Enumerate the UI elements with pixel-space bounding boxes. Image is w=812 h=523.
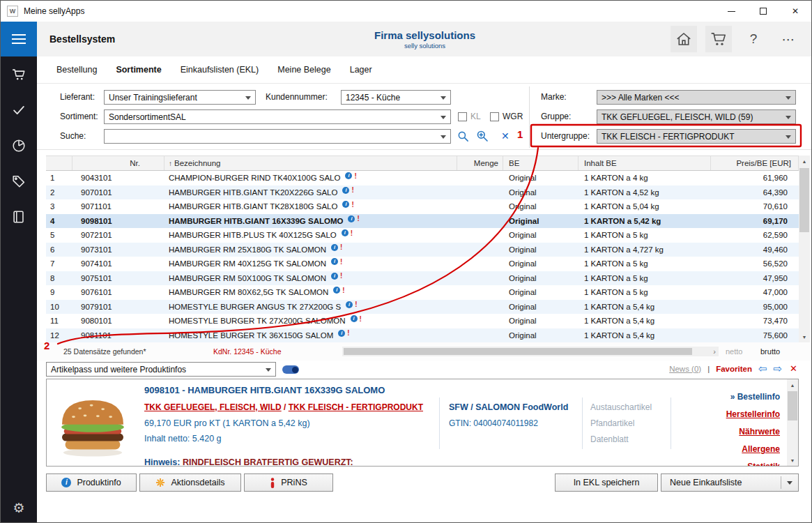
tab-meine-belege[interactable]: Meine Belege <box>277 65 330 75</box>
table-row[interactable]: 6 9073101 HAMBURGER RM 25X180G TK SALOMO… <box>46 243 799 257</box>
warning-icon[interactable]: ! <box>351 201 353 209</box>
warning-icon[interactable]: ! <box>351 186 353 194</box>
sidebar-tag-icon[interactable] <box>10 172 28 190</box>
clear-search-icon[interactable]: ✕ <box>501 130 510 142</box>
suche-input[interactable] <box>104 129 451 144</box>
news-link[interactable]: News (0) <box>669 365 701 373</box>
warning-icon[interactable]: ! <box>347 329 349 337</box>
info-icon[interactable]: i <box>342 187 349 194</box>
neue-einkaufsliste-dropdown[interactable]: Neue Einkaufsliste <box>661 473 799 492</box>
next-article-icon[interactable]: ⇨ <box>774 363 783 374</box>
warning-icon[interactable]: ! <box>360 315 362 323</box>
product-link[interactable]: Statistik <box>747 462 780 467</box>
warning-icon[interactable]: ! <box>355 301 357 308</box>
hscrollbar-thumb[interactable] <box>344 348 692 355</box>
info-icon[interactable]: i <box>351 315 358 322</box>
horizontal-scrollbar[interactable]: › <box>342 347 719 356</box>
netto-toggle[interactable]: netto <box>726 347 742 356</box>
table-scrollbar[interactable]: ▲ ▼ <box>799 156 810 342</box>
advanced-search-icon[interactable] <box>476 130 489 142</box>
marke-select[interactable]: >>> Alle Marken <<< <box>597 90 796 105</box>
tab-sortimente[interactable]: Sortimente <box>116 65 161 75</box>
home-icon[interactable] <box>671 26 697 52</box>
col-inhalt[interactable]: Inhalt BE <box>579 156 711 170</box>
tab-lager[interactable]: Lager <box>350 65 372 75</box>
gruppe-select[interactable]: TKK GEFLUEGEL, FLEISCH, WILD (59) <box>597 109 796 124</box>
warning-icon[interactable]: ! <box>342 287 344 294</box>
table-row[interactable]: 1 9043101 CHAMPION-BURGER RIND TK40X100G… <box>46 171 799 185</box>
col-bezeichnung[interactable]: ↑Bezeichnung <box>164 156 457 170</box>
info-icon[interactable]: i <box>348 215 355 222</box>
info-icon[interactable]: i <box>333 287 340 294</box>
warning-icon[interactable]: ! <box>357 215 359 222</box>
close-panel-icon[interactable]: ✕ <box>790 363 797 374</box>
minimize-button[interactable] <box>715 1 747 22</box>
product-link[interactable]: Herstellerinfo <box>726 409 780 419</box>
sidebar-check-icon[interactable] <box>10 101 28 119</box>
col-menge[interactable]: Menge <box>457 156 503 170</box>
brutto-toggle[interactable]: brutto <box>760 347 780 356</box>
help-icon[interactable]: ? <box>740 26 767 52</box>
kundennummer-select[interactable]: 12345 - Küche <box>341 90 451 105</box>
search-icon[interactable] <box>457 130 469 142</box>
tab-bestellung[interactable]: Bestellung <box>56 65 97 75</box>
product-link[interactable]: Nährwerte <box>739 427 780 437</box>
scroll-down-icon[interactable]: ▼ <box>787 455 798 466</box>
table-row[interactable]: 12 9081101 HOMESTYLE BURGER TK 36X150G S… <box>46 328 799 343</box>
table-row[interactable]: 9 9076101 HAMBURGER RM 80X62,5G TK SALOM… <box>46 285 799 300</box>
table-row[interactable]: 7 9074101 HAMBURGER RM 40X125G TK SALOMO… <box>46 257 799 271</box>
info-icon[interactable]: i <box>338 330 345 337</box>
info-icon[interactable]: i <box>345 172 352 179</box>
scrollbar-thumb[interactable] <box>788 391 797 420</box>
table-row[interactable]: 5 9072101 HAMBURGER HITB.PLUS TK 40X125G… <box>46 228 799 243</box>
category-link-2[interactable]: TKK FLEISCH - FERTIGPRODUKT <box>289 402 423 412</box>
prev-article-icon[interactable]: ⇦ <box>758 363 767 374</box>
favoriten-link[interactable]: Favoriten <box>716 365 752 373</box>
cart-icon[interactable] <box>705 26 732 52</box>
table-row[interactable]: 10 9079101 HOMESTYLE BURGER ANGUS TK 27X… <box>46 300 799 314</box>
info-icon[interactable]: i <box>331 273 338 280</box>
table-row[interactable]: 4 9098101 HAMBURGER HITB.GIANT 16X339G S… <box>46 214 799 229</box>
table-row[interactable]: 8 9075101 HAMBURGER RM 50X100G TK SALOMO… <box>46 271 799 286</box>
warning-icon[interactable]: ! <box>340 243 342 251</box>
kl-checkbox[interactable]: KL <box>458 112 481 121</box>
scroll-down-icon[interactable]: ▼ <box>799 331 810 342</box>
info-icon[interactable]: i <box>331 258 338 265</box>
productinfo-toggle[interactable] <box>282 365 299 374</box>
warning-icon[interactable]: ! <box>340 272 342 280</box>
product-link[interactable]: Allergene <box>742 444 780 454</box>
info-icon[interactable]: i <box>342 201 349 208</box>
prins-button[interactable]: PRiNS <box>244 473 333 492</box>
sidebar-chart-icon[interactable] <box>10 137 28 155</box>
settings-gear-icon[interactable]: ⚙ <box>10 499 28 517</box>
col-nr[interactable]: Nr. <box>72 156 164 170</box>
warning-icon[interactable]: ! <box>340 258 342 266</box>
col-preis[interactable]: Preis/BE [EUR] <box>711 156 799 170</box>
warning-icon[interactable]: ! <box>354 172 356 180</box>
category-link-1[interactable]: TKK GEFLUEGEL, FLEISCH, WILD <box>144 402 282 412</box>
product-link[interactable]: » Bestellinfo <box>730 392 780 402</box>
close-button[interactable]: ✕ <box>779 1 811 22</box>
table-row[interactable]: 11 9080101 HOMESTYLE BURGER TK 27X200G S… <box>46 314 799 328</box>
info-icon[interactable]: i <box>346 301 353 308</box>
in-ekl-speichern-button[interactable]: In EKL speichern <box>555 473 658 492</box>
produktinfo-button[interactable]: iProduktinfo <box>46 473 137 492</box>
scroll-up-icon[interactable]: ▲ <box>787 379 798 391</box>
sidebar-cart-icon[interactable] <box>10 66 28 84</box>
info-icon[interactable]: i <box>331 244 338 251</box>
scroll-up-icon[interactable]: ▲ <box>799 156 810 167</box>
aktionsdetails-button[interactable]: Aktionsdetails <box>139 473 241 492</box>
sidebar-catalog-icon[interactable] <box>10 208 28 226</box>
info-icon[interactable]: i <box>342 229 348 236</box>
lieferant-select[interactable]: Unser Trainingslieferant <box>104 90 256 105</box>
scroll-right-icon[interactable]: › <box>713 347 716 356</box>
wgr-checkbox[interactable]: WGR <box>490 112 523 121</box>
table-row[interactable]: 2 9070101 HAMBURGER HITB.GIANT TK20X226G… <box>46 185 799 200</box>
sortiment-select[interactable]: SondersortimentSAL <box>104 109 451 124</box>
table-row[interactable]: 3 9071101 HAMBURGER HITB.GIANT TK28X180G… <box>46 199 799 214</box>
untergruppe-select[interactable]: TKK FLEISCH - FERTIGPRODUKT <box>597 129 796 144</box>
productinfo-select[interactable]: Artikelpass und weitere Produktinfos <box>46 362 276 377</box>
tab-einkaufslisten-ekl-[interactable]: Einkaufslisten (EKL) <box>181 65 259 75</box>
col-be[interactable]: BE <box>503 156 579 170</box>
panel-scrollbar[interactable]: ▲ ▼ <box>787 379 798 466</box>
